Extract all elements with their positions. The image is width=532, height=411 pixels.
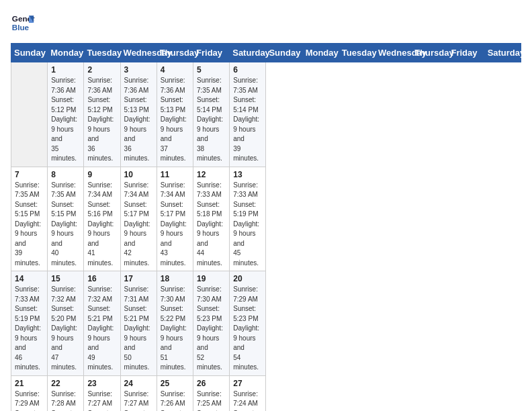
day-info: Sunrise: 7:35 AMSunset: 5:14 PMDaylight:… bbox=[197, 76, 226, 164]
day-number: 23 bbox=[87, 379, 116, 388]
logo: General Blue bbox=[11, 11, 38, 35]
day-number: 10 bbox=[124, 170, 153, 179]
week-row-3: 14Sunrise: 7:33 AMSunset: 5:19 PMDayligh… bbox=[11, 271, 521, 376]
day-info: Sunrise: 7:34 AMSunset: 5:16 PMDaylight:… bbox=[87, 181, 116, 269]
day-cell: 18Sunrise: 7:30 AMSunset: 5:22 PMDayligh… bbox=[157, 271, 193, 376]
day-cell: 21Sunrise: 7:29 AMSunset: 5:24 PMDayligh… bbox=[11, 375, 48, 411]
header-wednesday: Wednesday bbox=[375, 44, 412, 62]
logo-icon: General Blue bbox=[11, 11, 35, 35]
week-row-4: 21Sunrise: 7:29 AMSunset: 5:24 PMDayligh… bbox=[11, 375, 521, 411]
day-cell: 27Sunrise: 7:24 AMSunset: 5:29 PMDayligh… bbox=[230, 375, 266, 411]
page-header: General Blue bbox=[11, 11, 521, 35]
day-cell: 22Sunrise: 7:28 AMSunset: 5:25 PMDayligh… bbox=[48, 375, 84, 411]
day-number: 3 bbox=[124, 65, 153, 75]
day-number: 25 bbox=[161, 379, 189, 388]
day-cell: 15Sunrise: 7:32 AMSunset: 5:20 PMDayligh… bbox=[48, 271, 84, 376]
header-thursday: Thursday bbox=[157, 44, 193, 62]
day-number: 5 bbox=[197, 65, 226, 75]
week-row-2: 7Sunrise: 7:35 AMSunset: 5:15 PMDaylight… bbox=[11, 167, 521, 271]
day-cell: 13Sunrise: 7:33 AMSunset: 5:19 PMDayligh… bbox=[230, 167, 266, 271]
header-tuesday: Tuesday bbox=[84, 44, 120, 62]
day-number: 16 bbox=[87, 274, 116, 283]
calendar-header-row: SundayMondayTuesdayWednesdayThursdayFrid… bbox=[11, 44, 521, 62]
day-cell: 25Sunrise: 7:26 AMSunset: 5:27 PMDayligh… bbox=[157, 375, 193, 411]
header-tuesday: Tuesday bbox=[339, 44, 375, 62]
day-cell: 10Sunrise: 7:34 AMSunset: 5:17 PMDayligh… bbox=[120, 167, 157, 271]
day-info: Sunrise: 7:35 AMSunset: 5:14 PMDaylight:… bbox=[233, 76, 262, 164]
day-number: 7 bbox=[15, 170, 44, 179]
svg-text:Blue: Blue bbox=[12, 23, 30, 32]
day-info: Sunrise: 7:30 AMSunset: 5:23 PMDaylight:… bbox=[197, 285, 226, 373]
day-cell bbox=[11, 62, 48, 167]
header-friday: Friday bbox=[193, 44, 230, 62]
day-number: 14 bbox=[15, 274, 44, 283]
day-info: Sunrise: 7:35 AMSunset: 5:15 PMDaylight:… bbox=[51, 181, 80, 269]
header-saturday: Saturday bbox=[484, 44, 521, 62]
day-number: 13 bbox=[233, 170, 262, 179]
day-number: 21 bbox=[15, 379, 44, 388]
day-cell: 4Sunrise: 7:36 AMSunset: 5:13 PMDaylight… bbox=[157, 62, 193, 167]
day-cell: 16Sunrise: 7:32 AMSunset: 5:21 PMDayligh… bbox=[84, 271, 120, 376]
week-row-1: 1Sunrise: 7:36 AMSunset: 5:12 PMDaylight… bbox=[11, 62, 521, 167]
day-info: Sunrise: 7:25 AMSunset: 5:28 PMDaylight:… bbox=[197, 390, 226, 412]
day-info: Sunrise: 7:33 AMSunset: 5:19 PMDaylight:… bbox=[233, 181, 262, 269]
day-info: Sunrise: 7:32 AMSunset: 5:20 PMDaylight:… bbox=[51, 285, 80, 373]
day-cell: 5Sunrise: 7:35 AMSunset: 5:14 PMDaylight… bbox=[193, 62, 230, 167]
day-number: 6 bbox=[233, 65, 262, 75]
header-thursday: Thursday bbox=[412, 44, 448, 62]
day-number: 19 bbox=[197, 274, 226, 283]
day-number: 8 bbox=[51, 170, 80, 179]
day-number: 27 bbox=[233, 379, 262, 388]
day-cell: 1Sunrise: 7:36 AMSunset: 5:12 PMDaylight… bbox=[48, 62, 84, 167]
header-sunday: Sunday bbox=[11, 44, 48, 62]
day-number: 11 bbox=[161, 170, 189, 179]
day-info: Sunrise: 7:30 AMSunset: 5:22 PMDaylight:… bbox=[161, 285, 189, 373]
day-number: 15 bbox=[51, 274, 80, 283]
day-info: Sunrise: 7:26 AMSunset: 5:27 PMDaylight:… bbox=[161, 390, 189, 412]
day-info: Sunrise: 7:34 AMSunset: 5:17 PMDaylight:… bbox=[124, 181, 153, 269]
day-info: Sunrise: 7:28 AMSunset: 5:25 PMDaylight:… bbox=[51, 390, 80, 412]
day-info: Sunrise: 7:33 AMSunset: 5:18 PMDaylight:… bbox=[197, 181, 226, 269]
day-info: Sunrise: 7:36 AMSunset: 5:13 PMDaylight:… bbox=[124, 76, 153, 164]
day-number: 2 bbox=[87, 65, 116, 75]
day-cell: 11Sunrise: 7:34 AMSunset: 5:17 PMDayligh… bbox=[157, 167, 193, 271]
day-info: Sunrise: 7:36 AMSunset: 5:12 PMDaylight:… bbox=[87, 76, 116, 164]
day-number: 1 bbox=[51, 65, 80, 75]
day-info: Sunrise: 7:32 AMSunset: 5:21 PMDaylight:… bbox=[87, 285, 116, 373]
calendar-table: SundayMondayTuesdayWednesdayThursdayFrid… bbox=[11, 43, 521, 411]
day-number: 18 bbox=[161, 274, 189, 283]
day-cell: 24Sunrise: 7:27 AMSunset: 5:27 PMDayligh… bbox=[120, 375, 157, 411]
day-number: 4 bbox=[161, 65, 189, 75]
day-number: 17 bbox=[124, 274, 153, 283]
day-info: Sunrise: 7:34 AMSunset: 5:17 PMDaylight:… bbox=[161, 181, 189, 269]
day-info: Sunrise: 7:24 AMSunset: 5:29 PMDaylight:… bbox=[233, 390, 262, 412]
header-monday: Monday bbox=[302, 44, 339, 62]
day-cell: 19Sunrise: 7:30 AMSunset: 5:23 PMDayligh… bbox=[193, 271, 230, 376]
header-wednesday: Wednesday bbox=[120, 44, 157, 62]
day-number: 26 bbox=[197, 379, 226, 388]
day-number: 24 bbox=[124, 379, 153, 388]
header-sunday: Sunday bbox=[266, 44, 302, 62]
day-cell: 26Sunrise: 7:25 AMSunset: 5:28 PMDayligh… bbox=[193, 375, 230, 411]
day-cell: 12Sunrise: 7:33 AMSunset: 5:18 PMDayligh… bbox=[193, 167, 230, 271]
day-info: Sunrise: 7:31 AMSunset: 5:21 PMDaylight:… bbox=[124, 285, 153, 373]
header-saturday: Saturday bbox=[230, 44, 266, 62]
header-monday: Monday bbox=[48, 44, 84, 62]
day-cell: 6Sunrise: 7:35 AMSunset: 5:14 PMDaylight… bbox=[230, 62, 266, 167]
day-number: 12 bbox=[197, 170, 226, 179]
day-info: Sunrise: 7:27 AMSunset: 5:27 PMDaylight:… bbox=[124, 390, 153, 412]
day-cell: 2Sunrise: 7:36 AMSunset: 5:12 PMDaylight… bbox=[84, 62, 120, 167]
day-cell: 17Sunrise: 7:31 AMSunset: 5:21 PMDayligh… bbox=[120, 271, 157, 376]
day-number: 20 bbox=[233, 274, 262, 283]
day-cell: 7Sunrise: 7:35 AMSunset: 5:15 PMDaylight… bbox=[11, 167, 48, 271]
day-cell: 20Sunrise: 7:29 AMSunset: 5:23 PMDayligh… bbox=[230, 271, 266, 376]
day-info: Sunrise: 7:36 AMSunset: 5:12 PMDaylight:… bbox=[51, 76, 80, 164]
day-number: 9 bbox=[87, 170, 116, 179]
day-info: Sunrise: 7:35 AMSunset: 5:15 PMDaylight:… bbox=[15, 181, 44, 269]
day-info: Sunrise: 7:29 AMSunset: 5:23 PMDaylight:… bbox=[233, 285, 262, 373]
day-cell: 23Sunrise: 7:27 AMSunset: 5:26 PMDayligh… bbox=[84, 375, 120, 411]
day-info: Sunrise: 7:27 AMSunset: 5:26 PMDaylight:… bbox=[87, 390, 116, 412]
day-cell: 14Sunrise: 7:33 AMSunset: 5:19 PMDayligh… bbox=[11, 271, 48, 376]
day-number: 22 bbox=[51, 379, 80, 388]
day-info: Sunrise: 7:33 AMSunset: 5:19 PMDaylight:… bbox=[15, 285, 44, 373]
